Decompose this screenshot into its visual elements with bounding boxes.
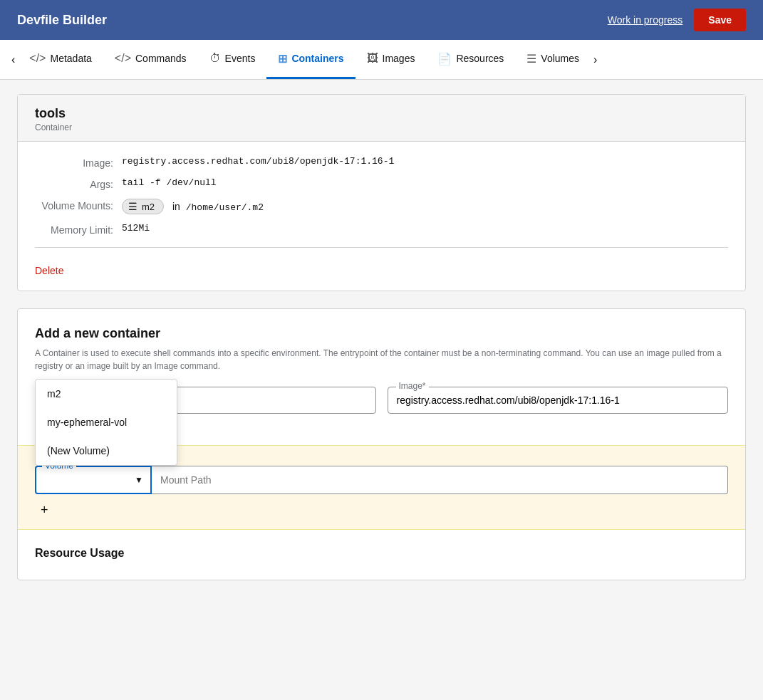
containers-icon: ⊞ (278, 52, 287, 66)
args-row: Args: tail -f /dev/null (35, 177, 728, 190)
tab-nav-prev[interactable]: ‹ (9, 53, 18, 66)
volume-mounts-label: Volume Mounts: (35, 199, 113, 211)
container-card-tools: tools Container Image: registry.access.r… (17, 94, 746, 291)
tab-bar: ‹ </> Metadata </> Commands ⏱ Events ⊞ C… (0, 40, 763, 80)
dropdown-item-new-volume[interactable]: (New Volume) (36, 437, 177, 465)
app-title: Devfile Builder (17, 13, 107, 28)
tab-events[interactable]: ⏱ Events (198, 40, 267, 79)
tab-resources[interactable]: 📄 Resources (426, 40, 515, 79)
tab-nav-next[interactable]: › (591, 53, 600, 66)
tab-commands[interactable]: </> Commands (103, 40, 198, 79)
volume-chip-icon: ☰ (128, 201, 137, 212)
container-type: Container (35, 122, 728, 132)
volume-chip-m2[interactable]: ☰ m2 (122, 199, 164, 214)
resources-icon: 📄 (437, 52, 452, 66)
volume-path: /home/user/.m2 (186, 202, 264, 213)
volume-select[interactable]: m2 my-ephemeral-vol (New Volume) (36, 467, 150, 493)
commands-icon: </> (115, 52, 131, 65)
delete-link[interactable]: Delete (35, 265, 63, 276)
tab-images[interactable]: 🖼 Images (355, 40, 427, 79)
volume-select-wrapper[interactable]: Volume m2 my-ephemeral-vol (New Volume) … (35, 466, 152, 494)
volume-mounts-area: m2 my-ephemeral-vol (New Volume) Volume … (35, 466, 728, 521)
events-icon: ⏱ (209, 52, 221, 65)
volume-select-container: m2 my-ephemeral-vol (New Volume) Volume … (35, 466, 152, 494)
images-icon: 🖼 (367, 52, 378, 65)
volume-dropdown-menu: m2 my-ephemeral-vol (New Volume) (35, 379, 177, 466)
image-field: Image* (388, 387, 729, 414)
container-name: tools (35, 106, 728, 121)
args-label: Args: (35, 177, 113, 190)
container-card-header: tools Container (18, 95, 745, 142)
volumes-icon: ☰ (526, 52, 536, 66)
image-input[interactable] (388, 387, 729, 414)
image-row: Image: registry.access.redhat.com/ubi8/o… (35, 156, 728, 169)
volume-chip-container: ☰ m2 in /home/user/.m2 (122, 199, 264, 214)
add-container-desc: A Container is used to execute shell com… (35, 347, 728, 372)
delete-container: Delete (35, 247, 728, 276)
resource-usage-title: Resource Usage (35, 547, 728, 560)
memory-limit-row: Memory Limit: 512Mi (35, 223, 728, 236)
tab-volumes[interactable]: ☰ Volumes (515, 40, 591, 79)
volume-mounts-section: m2 my-ephemeral-vol (New Volume) Volume … (18, 445, 745, 530)
add-container-section: Add a new container A Container is used … (17, 308, 746, 580)
dropdown-item-my-ephemeral-vol[interactable]: my-ephemeral-vol (36, 408, 177, 437)
add-container-title: Add a new container (35, 326, 728, 341)
volume-mounts-row: Volume Mounts: ☰ m2 in /home/user/.m2 (35, 199, 728, 214)
save-button[interactable]: Save (694, 9, 746, 31)
add-volume-button[interactable]: + (35, 500, 54, 521)
volume-chip-label: m2 (142, 202, 155, 212)
tab-containers[interactable]: ⊞ Containers (266, 40, 355, 79)
volume-in-text: in (172, 201, 180, 212)
image-value: registry.access.redhat.com/ubi8/openjdk-… (122, 156, 394, 167)
header-actions: Work in progress Save (608, 9, 746, 31)
volume-row: m2 my-ephemeral-vol (New Volume) Volume … (35, 466, 728, 494)
image-label: Image: (35, 156, 113, 169)
metadata-icon: </> (29, 52, 46, 65)
app-header: Devfile Builder Work in progress Save (0, 0, 763, 40)
args-value: tail -f /dev/null (122, 177, 217, 188)
image-label-new: Image* (396, 381, 429, 391)
mount-path-input[interactable] (152, 466, 728, 494)
main-content: tools Container Image: registry.access.r… (0, 80, 763, 595)
dropdown-item-m2[interactable]: m2 (36, 380, 177, 408)
resource-usage-section: Resource Usage (35, 547, 728, 560)
work-in-progress-link[interactable]: Work in progress (608, 14, 683, 26)
memory-limit-value: 512Mi (122, 223, 150, 234)
memory-limit-label: Memory Limit: (35, 223, 113, 236)
container-body: Image: registry.access.redhat.com/ubi8/o… (18, 142, 745, 291)
tab-metadata[interactable]: </> Metadata (18, 40, 103, 79)
